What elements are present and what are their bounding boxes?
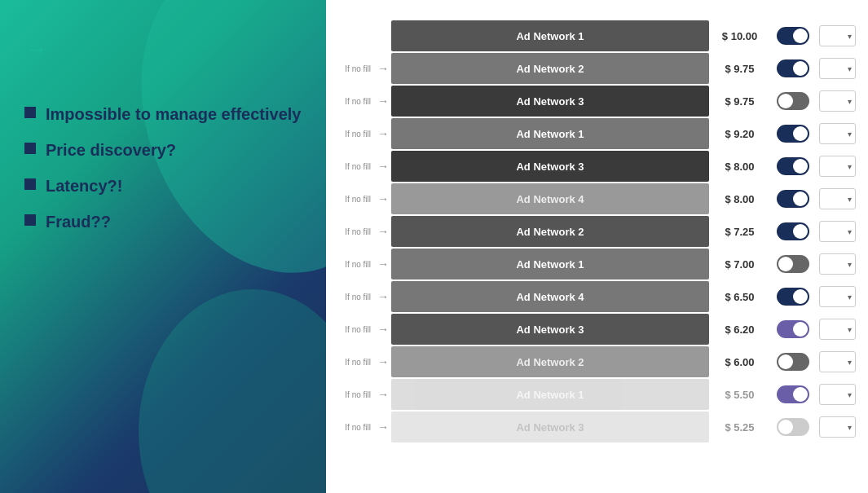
toggle-switch[interactable] <box>777 157 809 175</box>
toggle-knob <box>778 257 793 271</box>
toggle-switch[interactable] <box>777 385 809 403</box>
dropdown-cell[interactable]: ▾ <box>815 253 860 275</box>
dropdown-cell[interactable]: ▾ <box>815 25 860 46</box>
waterfall-row: If no fill→Ad Network 1$ 9.20▾ <box>334 118 860 149</box>
network-bar: Ad Network 1 <box>391 249 709 280</box>
bullet-item-1: Price discovery? <box>24 139 302 161</box>
network-bar: Ad Network 3 <box>391 412 709 442</box>
dropdown-cell[interactable]: ▾ <box>815 384 860 405</box>
toggle-switch[interactable] <box>777 92 809 110</box>
network-bar: Ad Network 2 <box>391 53 709 84</box>
network-bar: Ad Network 4 <box>391 281 709 312</box>
bullet-square <box>24 107 36 118</box>
bullet-text: Impossible to manage effectively <box>46 103 301 125</box>
dropdown-button[interactable]: ▾ <box>819 384 856 405</box>
dropdown-button[interactable]: ▾ <box>819 351 856 372</box>
dropdown-cell[interactable]: ▾ <box>815 188 860 209</box>
dropdown-cell[interactable]: ▾ <box>815 416 860 438</box>
toggle-cell[interactable] <box>770 288 815 306</box>
dropdown-button[interactable]: ▾ <box>819 253 856 275</box>
toggle-cell[interactable] <box>770 92 815 110</box>
waterfall-row: If no fill→Ad Network 3$ 8.00▾ <box>334 151 860 182</box>
chevron-down-icon: ▾ <box>848 32 852 41</box>
chevron-down-icon: ▾ <box>848 162 852 171</box>
toggle-cell[interactable] <box>770 320 815 338</box>
toggle-cell[interactable] <box>770 385 815 403</box>
network-bar: Ad Network 2 <box>391 216 709 247</box>
dropdown-button[interactable]: ▾ <box>819 123 856 144</box>
if-no-fill-label: If no fill <box>334 390 375 399</box>
if-no-fill-label: If no fill <box>334 260 375 269</box>
dropdown-cell[interactable]: ▾ <box>815 123 860 144</box>
dropdown-button[interactable]: ▾ <box>819 221 856 242</box>
waterfall-row: If no fill→Ad Network 2$ 9.75▾ <box>334 53 860 84</box>
bullet-square <box>24 214 36 226</box>
dropdown-button[interactable]: ▾ <box>819 319 856 340</box>
arrow-connector-icon: → <box>375 258 391 271</box>
arrow-icon: → <box>24 37 47 63</box>
dropdown-button[interactable]: ▾ <box>819 58 856 79</box>
dropdown-cell[interactable]: ▾ <box>815 58 860 79</box>
if-no-fill-label: If no fill <box>334 325 375 334</box>
arrow-connector-icon: → <box>375 355 391 368</box>
toggle-knob <box>793 387 808 402</box>
toggle-switch[interactable] <box>777 288 809 306</box>
toggle-knob <box>793 224 808 239</box>
dropdown-cell[interactable]: ▾ <box>815 221 860 242</box>
price-cell: $ 7.00 <box>709 258 770 271</box>
dropdown-button[interactable]: ▾ <box>819 188 856 209</box>
dropdown-cell[interactable]: ▾ <box>815 351 860 372</box>
network-bar: Ad Network 3 <box>391 151 709 182</box>
toggle-knob <box>793 61 808 76</box>
dropdown-button[interactable]: ▾ <box>819 25 856 46</box>
waterfall-row: If no fill→Ad Network 3$ 9.75▾ <box>334 86 860 117</box>
toggle-cell[interactable] <box>770 157 815 175</box>
dropdown-button[interactable]: ▾ <box>819 156 856 177</box>
toggle-switch[interactable] <box>777 59 809 77</box>
dropdown-cell[interactable]: ▾ <box>815 156 860 177</box>
toggle-cell[interactable] <box>770 125 815 143</box>
toggle-knob <box>793 322 808 337</box>
toggle-switch[interactable] <box>777 255 809 273</box>
dropdown-button[interactable]: ▾ <box>819 90 856 112</box>
toggle-cell[interactable] <box>770 353 815 371</box>
price-cell: $ 9.75 <box>709 95 770 108</box>
toggle-switch[interactable] <box>777 125 809 143</box>
toggle-knob <box>778 94 793 108</box>
toggle-cell[interactable] <box>770 418 815 436</box>
toggle-knob <box>793 191 808 206</box>
dropdown-cell[interactable]: ▾ <box>815 286 860 307</box>
price-cell: $ 5.50 <box>709 389 770 401</box>
network-bar: Ad Network 2 <box>391 346 709 377</box>
arrow-connector-icon: → <box>375 127 391 140</box>
network-bar: Ad Network 4 <box>391 183 709 214</box>
toggle-switch[interactable] <box>777 222 809 240</box>
toggle-knob <box>778 354 793 369</box>
dropdown-cell[interactable]: ▾ <box>815 90 860 112</box>
toggle-cell[interactable] <box>770 59 815 77</box>
dropdown-button[interactable]: ▾ <box>819 286 856 307</box>
waterfall-container[interactable]: If no fillAd Network 1$ 10.00▾If no fill… <box>326 16 868 493</box>
toggle-switch[interactable] <box>777 353 809 371</box>
price-cell: $ 8.00 <box>709 193 770 205</box>
toggle-cell[interactable] <box>770 27 815 45</box>
if-no-fill-label: If no fill <box>334 97 375 106</box>
toggle-switch[interactable] <box>777 320 809 338</box>
network-bar: Ad Network 1 <box>391 379 709 410</box>
toggle-cell[interactable] <box>770 190 815 208</box>
arrow-connector-icon: → <box>375 420 391 434</box>
toggle-switch[interactable] <box>777 190 809 208</box>
network-bar: Ad Network 1 <box>391 20 709 51</box>
if-no-fill-label: If no fill <box>334 358 375 367</box>
dropdown-cell[interactable]: ▾ <box>815 319 860 340</box>
toggle-switch[interactable] <box>777 418 809 436</box>
price-cell: $ 5.25 <box>709 421 770 434</box>
dropdown-button[interactable]: ▾ <box>819 416 856 438</box>
waterfall-row: If no fill→Ad Network 4$ 6.50▾ <box>334 281 860 312</box>
toggle-switch[interactable] <box>777 27 809 45</box>
bullet-text: Price discovery? <box>46 139 176 161</box>
toggle-cell[interactable] <box>770 222 815 240</box>
toggle-cell[interactable] <box>770 255 815 273</box>
price-cell: $ 9.75 <box>709 63 770 75</box>
chevron-down-icon: ▾ <box>848 97 852 106</box>
